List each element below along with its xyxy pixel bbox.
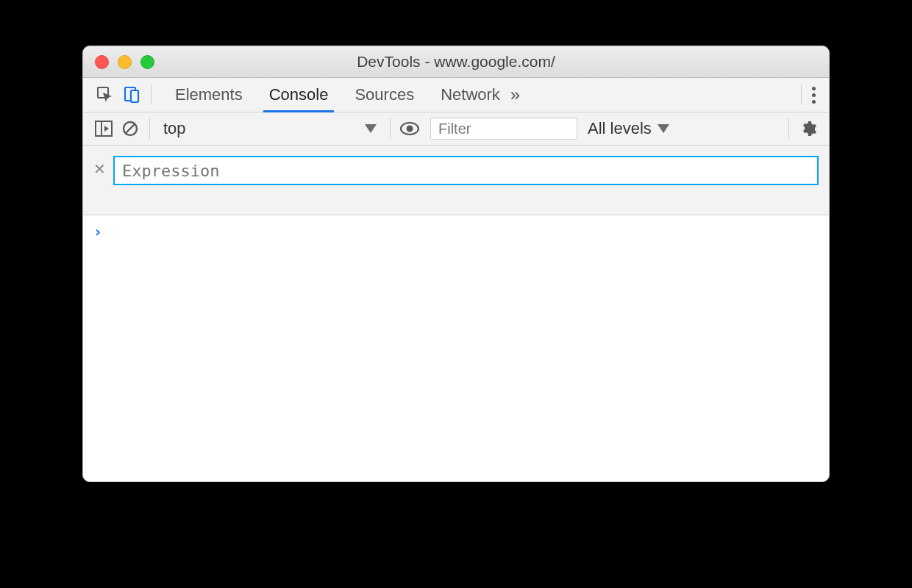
console-toolbar: top All levels bbox=[83, 112, 829, 146]
close-window-button[interactable] bbox=[95, 55, 109, 69]
console-filter-input[interactable] bbox=[430, 118, 577, 140]
console-prompt[interactable]: › bbox=[93, 223, 102, 240]
minimize-window-button[interactable] bbox=[118, 55, 132, 69]
devtools-window: DevTools - www.google.com/ Elements Cons… bbox=[82, 46, 830, 482]
log-levels-label: All levels bbox=[588, 119, 652, 138]
svg-rect-3 bbox=[96, 121, 112, 136]
tab-console[interactable]: Console bbox=[266, 78, 332, 112]
zoom-window-button[interactable] bbox=[140, 55, 154, 69]
live-expression-area: ✕ bbox=[83, 146, 829, 215]
log-levels-select[interactable]: All levels bbox=[588, 119, 669, 138]
execution-context-label: top bbox=[163, 119, 186, 138]
live-expression-icon[interactable] bbox=[396, 115, 423, 142]
separator bbox=[801, 85, 802, 105]
console-output[interactable]: › bbox=[83, 215, 829, 482]
tabs-overflow-button[interactable]: » bbox=[503, 85, 527, 105]
separator bbox=[788, 118, 789, 139]
svg-rect-2 bbox=[131, 90, 138, 102]
tab-sources[interactable]: Sources bbox=[352, 78, 417, 112]
inspect-element-icon[interactable] bbox=[92, 82, 118, 108]
live-expression-input[interactable] bbox=[113, 156, 819, 185]
chevron-down-icon bbox=[365, 124, 377, 133]
panel-tabs-row: Elements Console Sources Network » bbox=[83, 78, 829, 112]
chevron-down-icon bbox=[658, 124, 669, 133]
console-settings-icon[interactable] bbox=[795, 115, 822, 142]
panel-tabs: Elements Console Sources Network bbox=[172, 78, 503, 112]
tab-network[interactable]: Network bbox=[438, 78, 503, 112]
devtools-menu-icon[interactable] bbox=[808, 87, 820, 104]
titlebar: DevTools - www.google.com/ bbox=[83, 46, 829, 78]
clear-console-icon[interactable] bbox=[117, 115, 143, 142]
execution-context-select[interactable]: top bbox=[156, 117, 384, 140]
separator bbox=[149, 118, 150, 139]
traffic-lights bbox=[83, 55, 154, 69]
tab-elements[interactable]: Elements bbox=[172, 78, 246, 112]
separator bbox=[151, 85, 152, 105]
window-title: DevTools - www.google.com/ bbox=[83, 53, 829, 71]
device-toolbar-icon[interactable] bbox=[118, 82, 145, 108]
remove-expression-icon[interactable]: ✕ bbox=[93, 156, 106, 182]
svg-line-6 bbox=[126, 124, 135, 133]
separator bbox=[390, 118, 391, 139]
svg-point-8 bbox=[407, 126, 413, 132]
console-sidebar-toggle-icon[interactable] bbox=[90, 115, 117, 142]
